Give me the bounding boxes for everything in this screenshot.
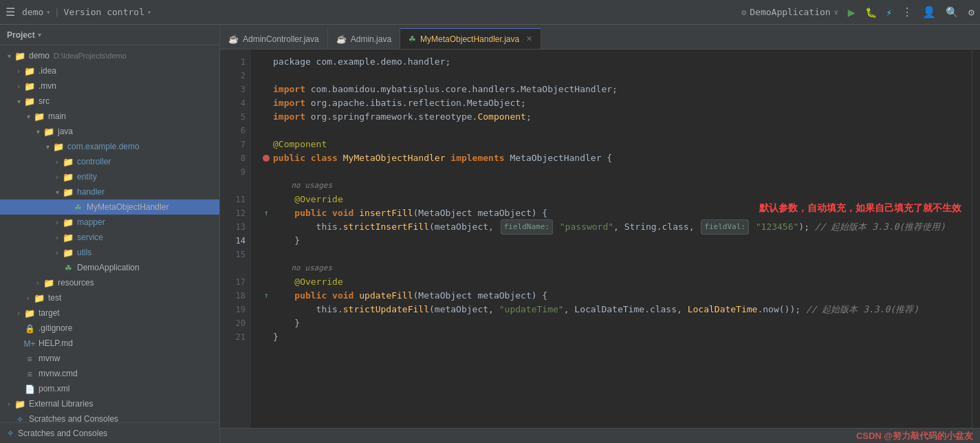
code-line-4: import org.apache.ibatis.reflection.Meta… — [259, 96, 963, 110]
tree-item-controller[interactable]: › 📁 controller — [0, 154, 219, 169]
no-usages-label: no usages — [273, 179, 332, 193]
tree-item-mvnwcmd[interactable]: ≡ mvnw.cmd — [0, 366, 219, 381]
tree-icon: 📁 — [43, 127, 55, 137]
tree-icon: ≡ — [23, 354, 36, 364]
scratches-and-consoles[interactable]: ✧ Scratches and Consoles — [0, 422, 219, 443]
code-line-12: ↑ public void insertFill(MetaObject meta… — [259, 206, 963, 220]
tab-close-button[interactable]: ✕ — [526, 34, 532, 43]
tree-label: mvnw — [39, 354, 60, 363]
file-tree[interactable]: ▾ 📁 demo D:\IdeaProjects\demo › 📁 .idea … — [0, 45, 219, 422]
code-line-18: ↑ public void updateFill(MetaObject meta… — [259, 289, 963, 303]
tree-icon: 📁 — [23, 66, 36, 76]
tree-item-test[interactable]: › 📁 test — [0, 290, 219, 305]
code-line-14: } — [259, 234, 963, 248]
tab-AdminController[interactable]: ☕ AdminController.java — [220, 28, 328, 49]
code-line-9 — [259, 165, 963, 179]
tree-icon: 📁 — [62, 157, 74, 167]
tree-item-main[interactable]: ▾ 📁 main — [0, 109, 219, 124]
project-name-label[interactable]: demo ▾ — [22, 7, 50, 17]
token-plain — [445, 151, 450, 165]
sidebar: Project ▾ ▾ 📁 demo D:\IdeaProjects\demo … — [0, 25, 220, 443]
token-ann: @Component — [273, 138, 327, 151]
tree-label: utils — [77, 248, 91, 257]
token-plain: } — [273, 330, 279, 344]
tree-label: mvnw.cmd — [39, 369, 78, 378]
tab-icon-Admin: ☕ — [336, 34, 347, 44]
tab-label: MyMetaObjectHandler.java — [420, 34, 519, 44]
override-icon: ↑ — [264, 289, 269, 303]
tree-icon: 📁 — [62, 187, 74, 197]
tree-label: pom.xml — [39, 384, 69, 393]
token-cls-name: Component — [477, 110, 525, 124]
line-number-8: 8 — [220, 151, 246, 165]
debug-button[interactable]: 🐛 — [865, 7, 877, 18]
tab-MyMetaObjectHandler[interactable]: ☘ MyMetaObjectHandler.java ✕ — [400, 28, 541, 49]
tree-item-DemoApplication[interactable]: ☘ DemoApplication — [0, 260, 219, 275]
settings-icon[interactable]: ⚙ — [968, 6, 974, 19]
token-plain — [327, 206, 332, 220]
tree-item-scratches[interactable]: ✧ Scratches and Consoles — [0, 411, 219, 422]
scrollbar-track[interactable] — [972, 50, 980, 443]
token-kw: void — [332, 206, 353, 220]
tree-item-ext-libraries[interactable]: › 📁 External Libraries — [0, 396, 219, 411]
run-button[interactable]: ▶ — [848, 5, 856, 19]
token-plain: org.apache.ibatis.reflection.MetaObject; — [305, 96, 526, 110]
code-editor[interactable]: 12345678911121314151718192021 package co… — [220, 50, 980, 443]
code-line-5: import org.springframework.stereotype.Co… — [259, 110, 963, 124]
token-method: strictInsertFill — [343, 220, 429, 234]
line-number-17: 17 — [220, 275, 246, 289]
code-line-15 — [259, 248, 963, 261]
tree-item-helpmd[interactable]: M+ HELP.md — [0, 336, 219, 351]
tree-label: com.example.demo — [67, 142, 140, 151]
tree-icon: ✧ — [14, 414, 26, 423]
tree-icon: 📁 — [62, 233, 74, 243]
tree-item-idea[interactable]: › 📁 .idea — [0, 63, 219, 78]
tree-item-service[interactable]: › 📁 service — [0, 230, 219, 245]
code-content[interactable]: package com.example.demo.handler;import … — [251, 50, 972, 443]
profiler-button[interactable]: ⚡ — [886, 7, 892, 18]
tab-Admin[interactable]: ☕ Admin.java — [328, 28, 400, 49]
tree-arrow: ▾ — [43, 143, 52, 151]
line-number-19: 19 — [220, 303, 246, 316]
version-control-label[interactable]: Version control ▾ — [64, 7, 151, 17]
gutter-12: ↑ — [259, 206, 273, 220]
tree-item-com-example-demo[interactable]: ▾ 📁 com.example.demo — [0, 139, 219, 154]
tree-item-entity[interactable]: › 📁 entity — [0, 169, 219, 184]
tree-item-MyMetaObjectHandler[interactable]: ☘ MyMetaObjectHandler — [0, 199, 219, 215]
tree-icon: 📁 — [33, 293, 45, 303]
tree-item-resources[interactable]: › 📁 resources — [0, 275, 219, 290]
code-line-17: @Override — [259, 275, 963, 289]
tree-arrow: › — [52, 234, 62, 241]
token-kw: import — [273, 110, 305, 124]
tree-item-java[interactable]: ▾ 📁 java — [0, 124, 219, 139]
code-line-11: @Override — [259, 193, 963, 206]
tree-item-mvnw[interactable]: ≡ mvnw — [0, 351, 219, 366]
tree-icon: M+ — [23, 338, 36, 349]
line-number-14: 14 — [220, 234, 246, 248]
tree-label: demo — [29, 51, 50, 61]
token-plain: this. — [273, 220, 343, 234]
token-cmt: // 起始版本 3.3.0(推荐使用) — [815, 220, 946, 234]
token-plain — [353, 289, 359, 303]
tree-label: service — [77, 233, 103, 242]
gutter-8 — [259, 155, 273, 162]
search-icon[interactable]: 🔍 — [946, 6, 959, 19]
tree-label: resources — [58, 278, 94, 288]
tree-item-mvn[interactable]: › 📁 .mvn — [0, 78, 219, 94]
code-line-6 — [259, 124, 963, 138]
tree-item-src[interactable]: ▾ 📁 src — [0, 94, 219, 109]
run-config[interactable]: ⚙ DemoApplication ∨ — [741, 7, 838, 17]
tree-item-demo-root[interactable]: ▾ 📁 demo D:\IdeaProjects\demo — [0, 48, 219, 63]
tree-item-utils[interactable]: › 📁 utils — [0, 245, 219, 260]
token-pkg: package com.example.demo.handler; — [273, 55, 450, 69]
tree-item-gitignore[interactable]: 🔒 .gitignore — [0, 321, 219, 336]
more-button[interactable]: ⋮ — [902, 6, 913, 19]
line-number-21: 21 — [220, 330, 246, 344]
tree-item-pomxml[interactable]: 📄 pom.xml — [0, 381, 219, 396]
tree-item-mapper[interactable]: › 📁 mapper — [0, 215, 219, 230]
user-icon[interactable]: 👤 — [922, 6, 936, 19]
tree-item-handler[interactable]: ▾ 📁 handler — [0, 184, 219, 199]
tree-item-target[interactable]: › 📁 target — [0, 305, 219, 321]
menu-icon[interactable]: ☰ — [6, 6, 15, 19]
token-kw: public — [294, 206, 327, 220]
